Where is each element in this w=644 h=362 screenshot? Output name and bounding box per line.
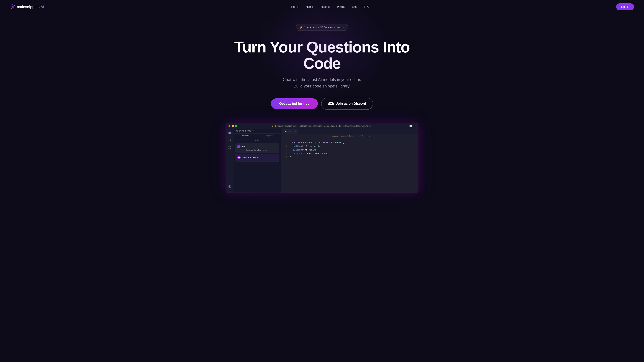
- nav-item-blog[interactable]: Blog: [352, 5, 358, 8]
- discord-button[interactable]: Join us on Discord: [321, 98, 373, 110]
- hero-subtitle-line2: Build your code snippets library.: [283, 83, 361, 89]
- explorer-icon[interactable]: [227, 130, 232, 136]
- minimize-window-button[interactable]: [232, 125, 234, 127]
- maximize-window-button[interactable]: [235, 125, 237, 127]
- badge-lightning-icon: ⚡: [299, 26, 303, 29]
- close-icon[interactable]: ✕: [414, 125, 416, 127]
- sidebar-header: CODE SNIPPETS AI: [234, 129, 280, 134]
- minimize-icon[interactable]: —: [406, 125, 408, 127]
- chat-ai-header: Code Snippets AI: [237, 156, 277, 159]
- close-window-button[interactable]: [228, 125, 230, 127]
- editor-breadcrumb: components > core > ⬡ Button.tsx > ⬡ But…: [281, 134, 418, 138]
- vscode-body: CODE SNIPPETS AI Snippets Templates CHAT…: [226, 129, 418, 193]
- search-icon[interactable]: [227, 138, 232, 143]
- chat-section-label: CHAT: [234, 138, 280, 142]
- nav-item-signin[interactable]: Sign In: [291, 5, 299, 8]
- user-avatar: Y: [237, 145, 240, 148]
- vscode-titlebar: ⚡ [Extension Development Host] Button.ts…: [226, 123, 418, 129]
- logo-icon: [10, 4, 16, 9]
- svg-rect-6: [228, 148, 230, 149]
- chat-message-header: Y You: [237, 145, 277, 148]
- hero-title: Turn Your Questions Into Code: [221, 39, 422, 71]
- vscode-window-controls: — ⬜ ✕: [406, 125, 416, 127]
- chat-messages: Y You Optimize the following code Code S…: [234, 142, 280, 193]
- logo[interactable]: codesnippets.AI: [10, 4, 44, 9]
- code-line-3: 3 className?: string;: [284, 148, 416, 152]
- hero-subtitle: Chat with the latest AI models in your e…: [283, 76, 361, 89]
- editor-tabs-bar: Button.tsx ✕: [281, 129, 418, 134]
- code-line-5: 5 }: [284, 156, 416, 159]
- vscode-title: ⚡ [Extension Development Host] Button.ts…: [237, 125, 406, 127]
- extensions-icon[interactable]: [227, 145, 232, 150]
- editor-area: Button.tsx ✕ components > core > ⬡ Butto…: [281, 129, 418, 193]
- sidebar-tab-templates[interactable]: Templates: [257, 134, 281, 138]
- svg-point-10: [238, 157, 240, 158]
- nav-item-faq[interactable]: FAQ: [364, 5, 370, 8]
- vscode-preview: ⚡ [Extension Development Host] Button.ts…: [226, 123, 418, 193]
- hero-section: ⚡ Check out the VSCode extension → Turn …: [0, 14, 644, 199]
- sidebar-tab-snippets[interactable]: Snippets: [234, 134, 257, 138]
- discord-button-label: Join us on Discord: [336, 102, 366, 106]
- hero-subtitle-line1: Chat with the latest AI models in your e…: [283, 76, 361, 83]
- activity-bar: [226, 129, 234, 193]
- nav-links: Sign In Home Features Pricing Blog FAQ: [291, 5, 370, 8]
- nav-signin-button[interactable]: Sign In: [616, 3, 634, 10]
- svg-rect-4: [228, 146, 230, 147]
- chat-sender-ai: Code Snippets AI: [242, 156, 258, 159]
- badge-text: Check out the VSCode extension: [304, 26, 341, 29]
- editor-tab-button[interactable]: Button.tsx ✕: [282, 129, 298, 134]
- code-line-1: 1 interface ButtonProps extends LinkProp…: [284, 141, 416, 144]
- sidebar-title: CODE SNIPPETS AI: [236, 130, 254, 132]
- chat-sender-you: You: [242, 145, 246, 148]
- restore-icon[interactable]: ⬜: [410, 125, 412, 127]
- ai-icon[interactable]: [227, 184, 232, 189]
- cta-buttons: Get started for free Join us on Discord: [271, 98, 373, 110]
- editor-code: 1 interface ButtonProps extends LinkProp…: [281, 138, 418, 193]
- sidebar-panel: CODE SNIPPETS AI Snippets Templates CHAT…: [234, 129, 281, 193]
- code-line-4: 4 children?: React.ReactNode;: [284, 152, 416, 156]
- svg-point-9: [229, 186, 230, 187]
- chat-text-user: Optimize the following code: [237, 149, 277, 151]
- nav-item-features[interactable]: Features: [320, 5, 330, 8]
- nav-item-pricing[interactable]: Pricing: [337, 5, 345, 8]
- editor-tab-label: Button.tsx: [284, 130, 293, 133]
- code-line-2: 2 onClick?: () => void;: [284, 144, 416, 148]
- discord-icon: [328, 101, 334, 106]
- get-started-button[interactable]: Get started for free: [271, 98, 318, 109]
- ai-avatar: [237, 156, 241, 159]
- badge-arrow-icon: →: [342, 26, 345, 29]
- chat-message-ai: Code Snippets AI: [235, 154, 279, 162]
- logo-text: codesnippets.AI: [17, 5, 44, 9]
- sidebar-tabs: Snippets Templates: [234, 134, 280, 138]
- navbar: codesnippets.AI Sign In Home Features Pr…: [0, 0, 644, 14]
- vscode-extension-badge[interactable]: ⚡ Check out the VSCode extension →: [296, 24, 348, 31]
- nav-item-home[interactable]: Home: [306, 5, 313, 8]
- tab-close-icon[interactable]: ✕: [295, 130, 296, 132]
- svg-point-3: [228, 139, 230, 141]
- svg-rect-5: [230, 146, 231, 147]
- svg-rect-7: [230, 148, 231, 149]
- window-controls: [228, 125, 237, 127]
- chat-message-user: Y You Optimize the following code: [235, 143, 279, 153]
